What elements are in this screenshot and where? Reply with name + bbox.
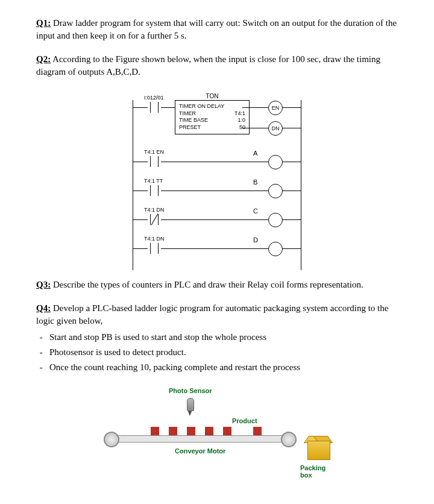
timer-line4: PRESET 50 [179,124,245,131]
product-box-icon [223,427,231,435]
question-3: Q3: Describe the types of counters in PL… [36,279,398,291]
q3-label: Q3: [36,280,51,289]
rung1-wire-e [282,128,301,128]
q4-label: Q4: [36,303,51,313]
rung3-contact: T4:1 TT [148,185,161,196]
conveyor-belt-icon [108,435,291,443]
question-1: Q1: Draw ladder program for system that … [36,17,398,42]
rung1-input-addr: I:012/01 [144,95,164,101]
product-box-icon [205,427,213,435]
rung3-contact-label: T4:1 TT [144,178,163,184]
timer-block: TON TIMER ON DELAY TIMER T4:1 TIME BASE … [175,100,250,134]
photo-sensor-icon [187,398,193,416]
rung4-contact-label: T4:1 DN [144,207,165,213]
rung5-contact: T4:1 DN [148,243,161,254]
rung5-contact-label: T4:1 DN [144,236,165,242]
q1-label: Q1: [36,18,51,28]
rung5-coil [268,242,283,256]
question-4: Q4: Develop a PLC-based ladder logic pro… [36,302,398,374]
timer-title: TON [206,92,219,100]
rung4-contact-nc: T4:1 DN [148,214,161,225]
product-box-icon [151,427,159,435]
rung3-coil [268,184,283,198]
q2-label: Q2: [36,54,51,64]
product-box-icon [187,427,195,435]
photo-sensor-label: Photo Sensor [169,387,212,394]
conveyor-illustration-wrap: Photo Sensor Product Conveyor Motor Pack… [36,387,398,484]
timer-en-coil: EN [268,101,283,115]
ladder-diagram-wrap: I:012/01 TON TIMER ON DELAY TIMER T4:1 T… [36,89,398,270]
q4-text: Develop a PLC-based ladder logic program… [36,303,388,326]
rung3-out-label: B [253,178,257,186]
q4-bullet-2: Photosensor is used to detect product. [49,346,398,359]
q2-text: According to the Figure shown below, whe… [36,54,380,77]
ladder-right-rail [301,100,301,270]
roller-left-icon [104,432,119,447]
rung4-out-label: C [253,207,258,215]
document-page: Q1: Draw ladder program for system that … [0,0,434,504]
rung4-coil [268,213,283,227]
product-box-icon [169,427,177,435]
q4-bullet-1: Start and stop PB is used to start and s… [49,331,398,344]
timer-line3: TIME BASE 1:0 [179,117,245,124]
rung1-input-contact: I:012/01 [148,102,161,113]
roller-right-icon [281,432,297,447]
ladder-diagram: I:012/01 TON TIMER ON DELAY TIMER T4:1 T… [133,89,301,270]
rung5-out-label: D [253,236,258,244]
q4-bullets: Start and stop PB is used to start and s… [36,331,398,374]
ladder-left-rail [133,100,133,270]
rung2-coil [268,155,283,169]
rung2-contact-label: T4:1 EN [144,149,164,155]
conveyor-motor-label: Conveyor Motor [175,447,225,455]
q3-text: Describe the types of counters in PLC an… [51,280,363,289]
packing-box-icon [307,438,329,460]
question-2: Q2: According to the Figure shown below,… [36,53,398,78]
product-label: Product [232,417,257,424]
conveyor-illustration: Photo Sensor Product Conveyor Motor Pack… [102,387,332,484]
product-box-icon [253,427,262,435]
timer-line2: TIMER T4:1 [179,110,245,118]
timer-dn-coil: DN [268,121,283,136]
q4-bullet-3: Once the count reaching 10, packing comp… [49,361,398,374]
rung2-out-label: A [253,150,257,157]
rung2-contact: T4:1 EN [148,156,161,167]
nc-slash-icon [151,213,158,225]
rung1-wire-c [282,107,301,108]
packing-box-label: Packing box [300,464,332,479]
q1-text: Draw ladder program for system that will… [36,18,397,40]
timer-line1: TIMER ON DELAY [179,103,245,110]
